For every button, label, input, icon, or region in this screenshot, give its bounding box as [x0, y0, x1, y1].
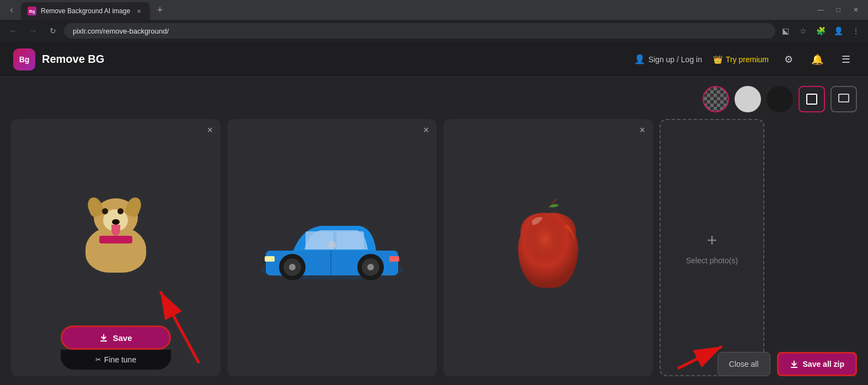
black-bg-option[interactable]: [767, 86, 793, 112]
logo-icon: Bg: [13, 48, 35, 71]
apple-card-close[interactable]: ×: [639, 124, 645, 136]
active-tab[interactable]: Bg Remove Background AI image ✕: [21, 2, 150, 20]
premium-label: Try premium: [726, 55, 769, 64]
save-all-label: Save all zip: [803, 360, 844, 368]
car-image-card: ×: [227, 119, 437, 376]
fine-tune-button[interactable]: ✂ Fine tune: [61, 350, 171, 370]
extensions-icon[interactable]: 🧩: [813, 23, 828, 39]
car-card-close[interactable]: ×: [423, 124, 429, 136]
hamburger-menu-button[interactable]: ☰: [837, 51, 855, 68]
tab-back-arrow[interactable]: ‹: [4, 3, 19, 17]
nav-actions: 👤 Sign up / Log in 👑 Try premium ⚙ 🔔 ☰: [634, 51, 855, 68]
sign-up-button[interactable]: 👤 Sign up / Log in: [634, 54, 702, 64]
dog-card-close[interactable]: ×: [207, 124, 213, 136]
bottom-actions: Close all Save all zip: [717, 352, 857, 376]
crop-square-button[interactable]: [799, 86, 825, 112]
sign-up-label: Sign up / Log in: [649, 55, 702, 64]
premium-button[interactable]: 👑 Try premium: [713, 55, 769, 64]
car-image: [255, 204, 409, 292]
background-options-row: [703, 86, 857, 112]
address-bar-row: ← → ↻ pixlr.com/remove-background/ ⬕ ☆ 🧩…: [0, 20, 868, 42]
svg-rect-0: [807, 94, 817, 104]
back-button[interactable]: ←: [4, 22, 22, 40]
save-all-zip-button[interactable]: Save all zip: [777, 352, 857, 376]
refresh-button[interactable]: ↻: [44, 22, 62, 40]
crop-free-button[interactable]: [831, 86, 857, 112]
svg-rect-1: [839, 94, 849, 102]
svg-rect-13: [265, 256, 275, 262]
bookmark-icon[interactable]: ☆: [795, 23, 811, 39]
add-photo-slot[interactable]: + Select photo(s): [660, 119, 764, 376]
settings-button[interactable]: ⚙: [780, 51, 797, 68]
address-input[interactable]: pixlr.com/remove-background/: [64, 23, 775, 39]
forward-button[interactable]: →: [24, 22, 42, 40]
window-minimize[interactable]: —: [813, 2, 828, 18]
top-nav: Bg Remove BG 👤 Sign up / Log in 👑 Try pr…: [0, 42, 868, 77]
svg-rect-14: [389, 256, 399, 262]
transparent-bg-option[interactable]: [703, 86, 729, 112]
white-bg-option[interactable]: [735, 86, 761, 112]
crown-icon: 👑: [713, 55, 722, 64]
new-tab-button[interactable]: +: [152, 2, 168, 18]
svg-rect-2: [100, 340, 107, 341]
svg-rect-6: [336, 231, 364, 250]
chrome-menu-icon[interactable]: ⋮: [848, 23, 864, 39]
dog-image-card: ×: [11, 119, 221, 376]
logo-area: Bg Remove BG: [13, 48, 104, 71]
dog-image: [74, 193, 157, 275]
select-photos-label: Select photo(s): [686, 256, 738, 265]
fine-tune-label: Fine tune: [104, 355, 136, 364]
svg-point-12: [367, 264, 374, 270]
close-all-button[interactable]: Close all: [717, 352, 770, 376]
apple-image: [504, 197, 592, 299]
image-cards-row: ×: [11, 119, 857, 376]
save-button[interactable]: Save: [61, 326, 171, 350]
browser-chrome: ‹ Bg Remove Background AI image ✕ + — □ …: [0, 0, 868, 42]
url-text: pixlr.com/remove-background/: [73, 27, 169, 35]
profile-icon[interactable]: 👤: [831, 23, 846, 39]
dog-card-buttons: Save ✂ Fine tune: [11, 326, 221, 370]
close-all-label: Close all: [729, 360, 759, 368]
tab-list: Bg Remove Background AI image ✕: [21, 0, 150, 20]
window-maximize[interactable]: □: [831, 2, 846, 18]
save-label: Save: [112, 333, 132, 343]
tab-favicon: Bg: [28, 7, 36, 15]
apple-image-card: ×: [443, 119, 653, 376]
tab-close-icon[interactable]: ✕: [135, 7, 143, 15]
user-icon: 👤: [634, 54, 645, 64]
content-wrapper: ×: [0, 77, 868, 385]
window-close[interactable]: ✕: [848, 2, 864, 18]
tab-title: Remove Background AI image: [41, 7, 130, 15]
app-title: Remove BG: [42, 53, 104, 66]
screen-cast-icon[interactable]: ⬕: [778, 23, 793, 39]
add-plus-icon: +: [707, 230, 717, 251]
app: Bg Remove BG 👤 Sign up / Log in 👑 Try pr…: [0, 42, 868, 385]
svg-point-9: [289, 264, 296, 270]
svg-rect-20: [791, 367, 797, 368]
notifications-button[interactable]: 🔔: [808, 51, 826, 68]
tab-bar: ‹ Bg Remove Background AI image ✕ + — □ …: [0, 0, 868, 20]
